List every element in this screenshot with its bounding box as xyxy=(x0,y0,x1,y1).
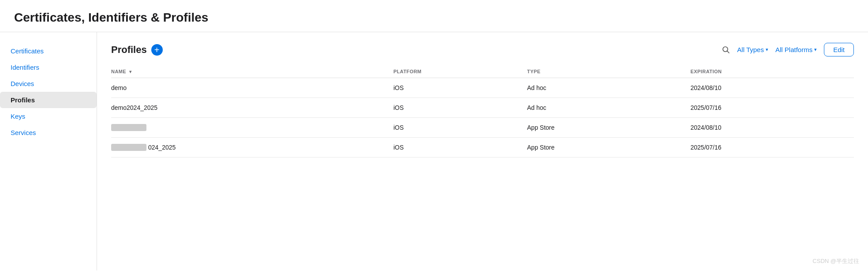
edit-button[interactable]: Edit xyxy=(824,43,854,56)
cell-name: demo2024_2025 xyxy=(111,98,393,118)
main-content: Profiles + All Types ▾ All Platforms ▾ xyxy=(97,32,868,270)
chevron-down-icon: ▾ xyxy=(766,47,768,53)
sidebar-item-certificates[interactable]: Certificates xyxy=(0,43,97,59)
cell-name: demo xyxy=(111,78,393,98)
profiles-table: NAME ▾ PLATFORM TYPE EXPIRATION demoiOSA… xyxy=(111,65,854,158)
table-header-row: NAME ▾ PLATFORM TYPE EXPIRATION xyxy=(111,65,854,78)
blurred-name-part: ██████ xyxy=(111,124,146,131)
cell-platform: iOS xyxy=(393,98,527,118)
filter-types-label: All Types xyxy=(737,46,764,53)
cell-type: Ad hoc xyxy=(527,98,690,118)
table-row[interactable]: ██████024_2025iOSApp Store2025/07/16 xyxy=(111,138,854,158)
page-header: Certificates, Identifiers & Profiles xyxy=(0,0,868,32)
chevron-down-icon: ▾ xyxy=(814,47,817,53)
col-header-expiration: EXPIRATION xyxy=(691,65,854,78)
section-controls: All Types ▾ All Platforms ▾ Edit xyxy=(722,43,854,56)
table-row[interactable]: demo2024_2025iOSAd hoc2025/07/16 xyxy=(111,98,854,118)
section-title: Profiles xyxy=(111,44,147,56)
col-header-type: TYPE xyxy=(527,65,690,78)
cell-name: ██████ xyxy=(111,118,393,138)
filter-platforms-dropdown[interactable]: All Platforms ▾ xyxy=(775,46,817,53)
partial-name: 024_2025 xyxy=(148,144,176,151)
sidebar-item-services[interactable]: Services xyxy=(0,124,97,141)
search-icon xyxy=(722,46,730,54)
svg-line-1 xyxy=(727,51,729,53)
sidebar: CertificatesIdentifiersDevicesProfilesKe… xyxy=(0,32,97,270)
filter-types-dropdown[interactable]: All Types ▾ xyxy=(737,46,768,53)
cell-type: Ad hoc xyxy=(527,78,690,98)
section-title-group: Profiles + xyxy=(111,44,163,56)
sidebar-item-keys[interactable]: Keys xyxy=(0,108,97,124)
search-button[interactable] xyxy=(722,46,730,54)
col-header-name: NAME ▾ xyxy=(111,65,393,78)
cell-name: ██████024_2025 xyxy=(111,138,393,158)
cell-platform: iOS xyxy=(393,138,527,158)
cell-expiration: 2024/08/10 xyxy=(691,78,854,98)
filter-platforms-label: All Platforms xyxy=(775,46,812,53)
cell-type: App Store xyxy=(527,138,690,158)
sidebar-item-identifiers[interactable]: Identifiers xyxy=(0,59,97,75)
cell-platform: iOS xyxy=(393,78,527,98)
cell-expiration: 2025/07/16 xyxy=(691,98,854,118)
cell-type: App Store xyxy=(527,118,690,138)
cell-expiration: 2025/07/16 xyxy=(691,138,854,158)
blurred-name-part: ██████ xyxy=(111,144,146,151)
main-layout: CertificatesIdentifiersDevicesProfilesKe… xyxy=(0,32,868,270)
col-header-platform: PLATFORM xyxy=(393,65,527,78)
sort-icon: ▾ xyxy=(129,69,131,74)
table-row[interactable]: ██████iOSApp Store2024/08/10 xyxy=(111,118,854,138)
table-header: NAME ▾ PLATFORM TYPE EXPIRATION xyxy=(111,65,854,78)
table-row[interactable]: demoiOSAd hoc2024/08/10 xyxy=(111,78,854,98)
add-profile-button[interactable]: + xyxy=(151,44,163,56)
sidebar-item-devices[interactable]: Devices xyxy=(0,75,97,92)
table-body: demoiOSAd hoc2024/08/10demo2024_2025iOSA… xyxy=(111,78,854,158)
page-title: Certificates, Identifiers & Profiles xyxy=(14,11,854,25)
section-header: Profiles + All Types ▾ All Platforms ▾ xyxy=(111,43,854,56)
cell-expiration: 2024/08/10 xyxy=(691,118,854,138)
sidebar-item-profiles[interactable]: Profiles xyxy=(0,92,97,108)
cell-platform: iOS xyxy=(393,118,527,138)
